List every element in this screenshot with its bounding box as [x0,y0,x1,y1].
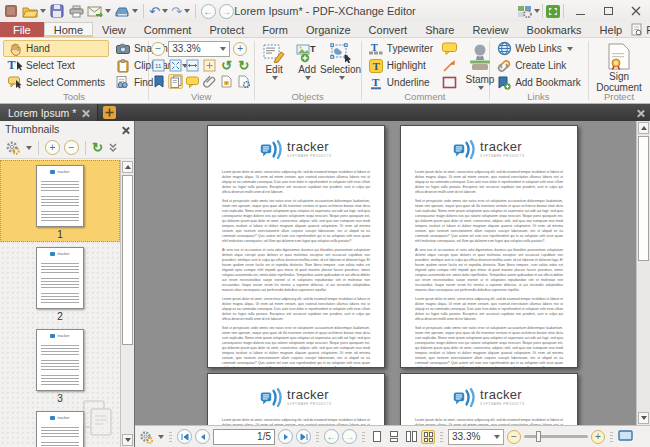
web-links-button[interactable]: Web Links [492,40,585,57]
thumbnails-options-gear-icon[interactable] [4,140,20,156]
ribbon-tab-home[interactable]: Home [44,22,93,37]
status-zoom-in-button[interactable]: + [591,430,605,444]
add-bookmark-button[interactable]: Add Bookmark [492,74,585,91]
thumb-scroll-up-icon[interactable] [122,161,133,173]
ribbon-tab-help[interactable]: Help [591,22,632,37]
page-number-field[interactable]: 1/5 [213,429,275,445]
bookmarks-pane-icon[interactable] [151,74,166,89]
fit-page-icon[interactable] [168,58,183,73]
status-zoom-out-button[interactable]: − [507,430,521,444]
find-button[interactable]: Find... [631,23,650,36]
ribbon-tab-share[interactable]: Share [416,22,463,37]
doc-scroll-down-icon[interactable] [638,412,649,424]
fit-width-toggle-icon[interactable] [618,430,633,443]
last-page-button[interactable] [296,429,311,444]
thumbnails-pane-icon[interactable] [168,74,183,89]
document-scrollbar[interactable] [636,121,650,425]
thumbnails-options-caret[interactable] [26,146,32,150]
fields-pane-icon[interactable]: T [219,74,234,89]
close-button[interactable] [622,1,650,21]
scan-button[interactable] [114,2,138,20]
hand-tool-button[interactable]: Hand [3,40,109,57]
document-tab[interactable]: Lorem Ipsum * [0,104,98,121]
edit-objects-button[interactable]: Edit [258,40,291,90]
view-back-button[interactable]: ← [324,429,339,444]
rotate-cw-icon[interactable]: ↻ [236,58,251,73]
rotate-ccw-icon[interactable]: ↺ [219,58,234,73]
thumbnail-item-1[interactable]: tracker1 [0,160,120,242]
select-comments-button[interactable]: Select Comments [3,74,109,91]
thumbnails-scrollbar[interactable] [120,160,134,447]
two-pages-layout-icon[interactable] [404,430,418,444]
doc-scroll-up-icon[interactable] [638,122,649,134]
ribbon-zoom-combo[interactable]: 33.3% [168,41,230,57]
ribbon-tab-organize[interactable]: Organize [297,22,360,37]
ribbon-tab-form[interactable]: Form [253,22,297,37]
ribbon-tab-bookmarks[interactable]: Bookmarks [518,22,591,37]
single-page-layout-icon[interactable] [370,430,384,444]
status-zoom-combo[interactable]: 33.3% [448,429,504,445]
thumbnail-item-3[interactable]: tracker3 [0,324,120,406]
first-page-button[interactable] [177,429,192,444]
open-button[interactable] [22,2,46,20]
thumb-scroll-thumb[interactable] [122,175,133,345]
select-text-button[interactable]: T Select Text [3,57,109,74]
document-tab-close-icon[interactable] [82,109,89,116]
ribbon-tab-file[interactable]: File [0,22,44,37]
comments-pane-icon[interactable] [185,74,200,89]
thumbnail-page-image[interactable]: tracker [36,165,84,227]
thumbnail-item-2[interactable]: tracker2 [0,242,120,324]
view-forward-button[interactable]: → [342,429,357,444]
zoom-in-button[interactable]: + [233,42,247,56]
attachments-pane-icon[interactable] [202,74,217,89]
history-back-button[interactable]: ← [201,4,216,19]
highlight-button[interactable]: T Highlight [364,57,437,74]
ribbon-tab-comment[interactable]: Comment [135,22,201,37]
continuous-layout-icon[interactable] [387,430,401,444]
thumbnail-page-image[interactable]: tracker [36,329,84,391]
zoom-slider[interactable] [524,435,588,438]
sticky-note-button[interactable] [438,40,462,57]
status-options-gear-icon[interactable] [139,430,153,444]
document-page-4[interactable]: trackerSOFTWARE PRODUCTSLorem ipsum dolo… [400,373,578,425]
document-page-2[interactable]: trackerSOFTWARE PRODUCTSLorem ipsum dolo… [400,125,578,368]
thumbnails-zoom-in-button[interactable]: + [45,140,60,155]
fit-width-icon[interactable] [185,58,200,73]
create-link-button[interactable]: Create Link [492,57,585,74]
ribbon-tab-protect[interactable]: Protect [200,22,253,37]
zoom-slider-thumb[interactable] [536,431,541,442]
save-button[interactable] [49,2,65,20]
sign-document-button[interactable]: Sign Document [591,40,647,90]
ribbon-tab-view[interactable]: View [93,22,135,37]
thumbnails-zoom-out-button[interactable]: − [64,140,79,155]
new-tab-button[interactable] [103,106,116,119]
customize-ui-button[interactable] [517,2,540,20]
doc-scroll-thumb[interactable] [638,136,649,261]
thumbnail-page-image[interactable]: tracker [36,411,84,447]
maximize-button[interactable] [594,1,622,21]
status-options-caret[interactable] [158,435,164,439]
typewriter-button[interactable]: T Typewriter [364,40,437,57]
undo-button[interactable]: ↶ [149,2,168,20]
prev-page-button[interactable] [195,429,210,444]
thumbnail-page-image[interactable]: tracker [36,247,84,309]
document-view[interactable]: trackerSOFTWARE PRODUCTSLorem ipsum dolo… [135,121,650,425]
actual-size-icon[interactable]: 11 [151,58,166,73]
ribbon-tab-review[interactable]: Review [463,22,517,37]
redo-button[interactable]: ↷ [171,2,190,20]
content-pane-icon[interactable] [236,74,251,89]
fullscreen-button[interactable] [545,2,561,20]
selection-button[interactable]: Selection [324,40,358,90]
history-forward-button[interactable]: → [219,4,234,19]
fit-visible-icon[interactable] [202,58,217,73]
send-mail-button[interactable] [87,2,111,20]
ribbon-tab-convert[interactable]: Convert [360,22,417,37]
thumbnails-rotate-icon[interactable]: ↻ [92,140,103,155]
thumbnails-close-icon[interactable] [122,126,129,133]
thumb-scroll-down-icon[interactable] [122,434,133,446]
document-page-3[interactable]: trackerSOFTWARE PRODUCTSLorem ipsum dolo… [207,373,385,425]
two-pages-continuous-layout-icon[interactable] [421,430,435,444]
print-button[interactable] [68,2,84,20]
document-page-1[interactable]: trackerSOFTWARE PRODUCTSLorem ipsum dolo… [207,125,385,368]
tab-bar-close-icon[interactable] [637,109,644,116]
